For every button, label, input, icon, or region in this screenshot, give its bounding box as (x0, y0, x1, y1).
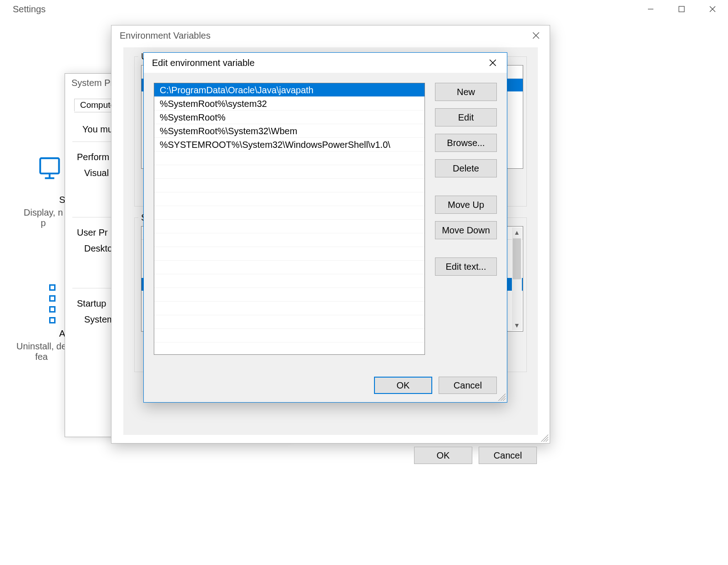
path-entry[interactable]: %SystemRoot%\System32\Wbem (154, 124, 425, 138)
resize-grip[interactable] (541, 434, 548, 442)
path-entry-empty[interactable] (154, 233, 425, 247)
move-up-button[interactable]: Move Up (435, 196, 497, 214)
scroll-thumb[interactable] (513, 238, 521, 279)
edit-text-button[interactable]: Edit text... (435, 257, 497, 276)
close-icon[interactable] (522, 31, 550, 40)
envvars-cancel-button[interactable]: Cancel (479, 447, 537, 464)
settings-titlebar: Settings (0, 0, 728, 18)
path-entry-empty[interactable] (154, 192, 425, 206)
path-entry-empty[interactable] (154, 206, 425, 220)
maximize-button[interactable] (666, 0, 697, 18)
svg-rect-4 (40, 158, 59, 174)
envvars-titlebar: Environment Variables (111, 25, 550, 45)
path-entry[interactable]: %SystemRoot%\system32 (154, 97, 425, 111)
path-entry-empty[interactable] (154, 247, 425, 261)
path-entry-empty[interactable] (154, 274, 425, 288)
edit-environment-variable-dialog: Edit environment variable C:\ProgramData… (143, 52, 507, 403)
edit-button[interactable]: Edit (435, 108, 497, 126)
svg-rect-1 (679, 6, 684, 12)
envvars-ok-button[interactable]: OK (414, 447, 472, 464)
path-entry-empty[interactable] (154, 220, 425, 233)
side-buttons: New Edit Browse... Delete Move Up Move D… (435, 83, 497, 283)
scrollbar[interactable]: ▲ ▼ (512, 227, 522, 330)
resize-grip[interactable] (498, 393, 506, 401)
settings-title: Settings (13, 4, 635, 15)
scroll-down-icon[interactable]: ▼ (512, 320, 522, 330)
system-icon (35, 155, 64, 185)
apps-subtitle-fragment: Uninstall, de fea (16, 341, 66, 362)
browse-button[interactable]: Browse... (435, 134, 497, 152)
editvar-title: Edit environment variable (152, 58, 255, 68)
path-entry[interactable]: C:\ProgramData\Oracle\Java\javapath (154, 83, 425, 97)
path-entry[interactable]: %SystemRoot% (154, 111, 425, 124)
editvar-cancel-button[interactable]: Cancel (439, 377, 497, 394)
scroll-up-icon[interactable]: ▲ (512, 227, 522, 237)
path-entry-empty[interactable] (154, 315, 425, 329)
path-list[interactable]: C:\ProgramData\Oracle\Java\javapath%Syst… (154, 83, 425, 355)
path-entry-empty[interactable] (154, 151, 425, 165)
move-down-button[interactable]: Move Down (435, 221, 497, 239)
envvars-title: Environment Variables (120, 30, 211, 41)
system-subtitle-fragment: Display, n p (24, 207, 63, 228)
window-controls (635, 0, 728, 18)
editvar-titlebar: Edit environment variable (144, 53, 507, 73)
new-button[interactable]: New (435, 83, 497, 101)
minimize-button[interactable] (635, 0, 666, 18)
editvar-ok-button[interactable]: OK (374, 377, 432, 394)
delete-button[interactable]: Delete (435, 159, 497, 177)
path-entry[interactable]: %SYSTEMROOT%\System32\WindowsPowerShell\… (154, 138, 425, 151)
path-entry-empty[interactable] (154, 179, 425, 192)
close-icon[interactable] (481, 53, 504, 73)
path-entry-empty[interactable] (154, 329, 425, 343)
apps-icon (49, 284, 56, 323)
path-entry-empty[interactable] (154, 165, 425, 179)
path-entry-empty[interactable] (154, 261, 425, 274)
close-button[interactable] (697, 0, 728, 18)
path-entry-empty[interactable] (154, 302, 425, 315)
path-entry-empty[interactable] (154, 288, 425, 302)
